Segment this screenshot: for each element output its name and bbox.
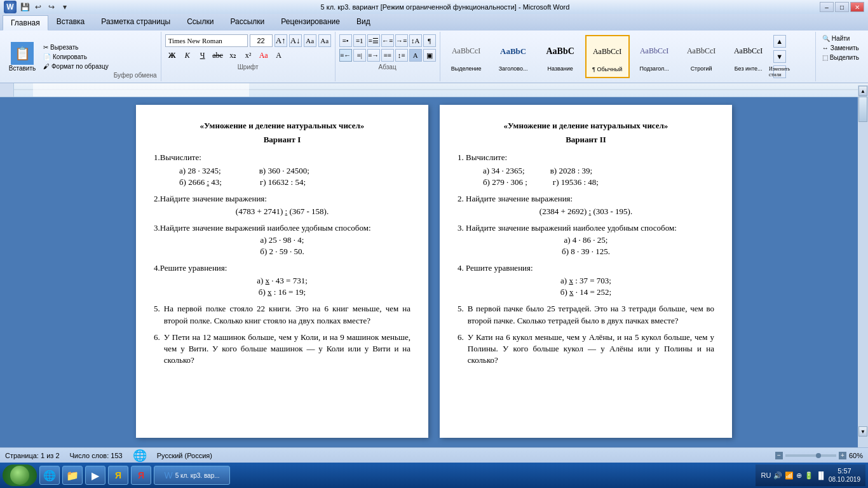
style-label-vydelenie: Выделение [451,65,482,72]
cut-button[interactable]: ✂ Вырезать [41,43,111,51]
select-button[interactable]: ⬚ Выделить [820,53,862,62]
tab-view[interactable]: Вид [348,14,379,30]
tab-insert[interactable]: Вставка [48,14,93,30]
scroll-thumb[interactable] [858,97,867,122]
taskbar-yandex-button[interactable]: Я [108,466,128,485]
variant1-task1-b: б) 2666 : 43; [179,177,222,188]
tab-review[interactable]: Рецензирование [273,14,348,30]
variant1-task1-a: а) 28 · 3245; [179,165,221,177]
zoom-in-button[interactable]: + [839,452,846,459]
sort-button[interactable]: ↕A [409,34,422,47]
shrink-font-button[interactable]: A↓ [289,34,302,47]
align-left-button[interactable]: ≡← [339,49,352,62]
replace-button[interactable]: ↔ Заменить [820,44,862,52]
lang-indicator: RU [761,471,771,479]
maximize-button[interactable]: □ [835,2,849,12]
status-bar: Страница: 1 из 2 Число слов: 153 🌐 Русск… [0,447,868,463]
style-item-subheading[interactable]: AaBbCcI Подзагол... [632,35,677,78]
paragraph-group-label: Абзац [339,64,436,71]
italic-button[interactable]: К [180,49,194,62]
line-spacing-button[interactable]: ↕≡ [395,49,408,62]
tab-mailings[interactable]: Рассылки [222,14,273,30]
decrease-indent-button[interactable]: ←≡ [381,34,394,47]
strikethrough-button[interactable]: abc [211,49,225,62]
font-name-input[interactable] [165,34,248,47]
zoom-thumb[interactable] [816,453,821,458]
start-button[interactable] [3,464,37,486]
style-item-vydelenie[interactable]: AaBbCcI Выделение [444,35,489,78]
find-button[interactable]: 🔍 Найти [820,34,862,43]
zoom-slider[interactable] [785,454,836,457]
tab-home[interactable]: Главная [3,15,48,30]
scroll-up-button[interactable]: ▲ [858,86,867,96]
signal-icon: ▐▌ [816,471,826,479]
align-center-button[interactable]: ≡| [353,49,366,62]
save-qat-btn[interactable]: 💾 [19,1,31,13]
undo-qat-btn[interactable]: ↩ [32,1,44,13]
zoom-control[interactable]: − + 60% [775,452,863,459]
yandex-icon: Я [115,470,121,480]
show-formatting-button[interactable]: ¶ [423,34,436,47]
superscript-button[interactable]: x² [241,49,255,62]
styles-up-arrow[interactable]: ▲ [773,35,786,48]
battery-icon: 🔋 [804,471,813,480]
scroll-down-button[interactable]: ▼ [858,426,867,437]
paragraph-group: ≡• ≡1 ≡☰ ←≡ →≡ ↕A ¶ ≡← ≡| ≡→ ≡≡ ↕≡ A ▣ А… [336,32,440,81]
multilevel-button[interactable]: ≡☰ [367,34,380,47]
taskbar-word-button[interactable]: W 5 кл. кр3. вар... [154,466,230,485]
numbering-button[interactable]: ≡1 [353,34,366,47]
style-label-nointe: Без инте... [735,65,763,72]
style-item-nointe[interactable]: AaBbCcI Без инте... [726,35,771,78]
subscript-button[interactable]: x₂ [226,49,240,62]
redo-qat-btn[interactable]: ↪ [46,1,57,13]
variant1-task1-row2: б) 2666 : 43; г) 16632 : 54; [179,177,410,188]
paste-button[interactable]: 📋 Вставить [6,34,38,79]
variant1-header: Вариант I [154,134,410,146]
style-item-heading[interactable]: AaBbC Заголово... [491,35,536,78]
taskbar-explorer-button[interactable]: 📁 [62,466,83,485]
variant1-task2-header: 2.Найдите значение выражения: [154,193,410,205]
zoom-out-button[interactable]: − [775,452,783,459]
justify-button[interactable]: ≡≡ [381,49,394,62]
style-item-normal[interactable]: AaBbCcI ¶ Обычный [585,35,630,78]
format-painter-button[interactable]: 🖌 Формат по образцу [41,62,111,71]
word-icon: W [4,1,17,13]
copy-button[interactable]: 📄 Копировать [41,53,111,61]
font-size-input[interactable] [250,34,273,47]
style-item-name[interactable]: AaBbC Название [538,35,583,78]
vertical-scrollbar[interactable]: ▲ ▼ [858,85,868,447]
change-case-button[interactable]: Aa [318,34,331,47]
variant1-task6: 6. У Пети на 12 машинок больше, чем у Ко… [154,332,410,367]
variant1-task4-header: 4.Решите уравнения: [154,262,410,274]
clear-format-button[interactable]: Aa [304,34,316,47]
grow-font-button[interactable]: A↑ [275,34,287,47]
align-right-button[interactable]: ≡→ [367,49,380,62]
qat-dropdown[interactable]: ▾ [59,1,71,13]
taskbar-yandex2-button[interactable]: Я [131,466,151,485]
paragraph-row1: ≡• ≡1 ≡☰ ←≡ →≡ ↕A ¶ [339,34,436,47]
tab-pagelayout[interactable]: Разметка страницы [93,14,179,30]
paste-icon: 📋 [11,42,34,65]
shading-button[interactable]: A [409,49,422,62]
variant1-task3-b: б) 2 · 59 · 50. [154,246,410,257]
style-item-strict[interactable]: AaBbCcI Строгий [679,35,724,78]
border-button[interactable]: ▣ [423,49,436,62]
quick-access-toolbar: 💾 ↩ ↪ ▾ [19,1,71,13]
word-count: Число слов: 153 [70,452,123,459]
tab-links[interactable]: Ссылки [179,14,222,30]
font-color-button[interactable]: Aa [257,49,271,62]
status-right: − + 60% [775,452,863,459]
styles-more-button[interactable]: Изменить стили [773,65,786,78]
highlight-button[interactable]: A [272,49,286,62]
close-button[interactable]: ✕ [850,2,864,12]
styles-down-arrow[interactable]: ▼ [773,50,786,63]
minimize-button[interactable]: – [820,2,834,12]
bullets-button[interactable]: ≡• [339,34,352,47]
bluetooth-icon: ⊕ [796,471,802,480]
variant1-task4-a: а) x · 43 = 731; [154,275,410,287]
taskbar-mediaplayer-button[interactable]: ▶ [85,466,105,485]
underline-button[interactable]: Ч [196,49,210,62]
taskbar-ie-button[interactable]: 🌐 [39,466,60,485]
increase-indent-button[interactable]: →≡ [395,34,408,47]
bold-button[interactable]: Ж [165,49,179,62]
